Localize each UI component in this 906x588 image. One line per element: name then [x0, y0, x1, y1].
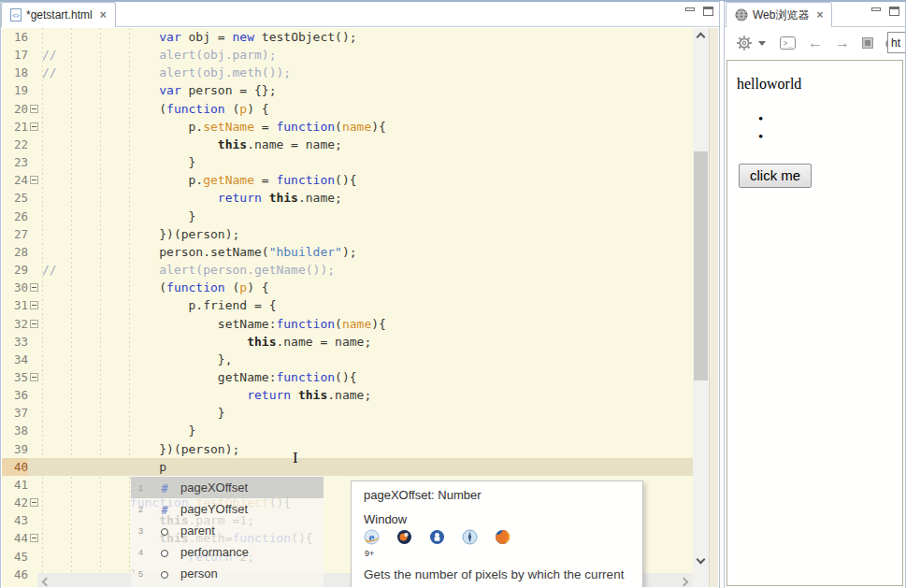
fold-column — [28, 81, 40, 99]
scrollbar-thumb[interactable] — [694, 151, 708, 380]
code-text[interactable]: var person = {}; — [40, 81, 276, 99]
code-text[interactable]: (function (p) { — [40, 279, 269, 296]
editor-tabbar: <> *getstart.html × — [1, 2, 719, 27]
code-line: 16 var obj = new testObject(); — [2, 28, 694, 46]
scroll-right-icon[interactable] — [680, 578, 689, 587]
object-icon — [157, 566, 172, 582]
code-line: 40 p — [2, 458, 694, 476]
line-number: 19 — [2, 81, 28, 99]
maximize-button[interactable] — [703, 7, 713, 16]
fold-toggle-icon[interactable] — [30, 320, 38, 328]
line-number: 36 — [2, 386, 28, 404]
code-line: 33 this.name = name; — [2, 333, 694, 351]
code-text[interactable]: // alert(obj.parm); — [40, 46, 276, 64]
scroll-left-icon[interactable] — [42, 578, 51, 587]
completion-item[interactable]: 4performance — [131, 541, 324, 563]
code-text[interactable]: p — [40, 458, 166, 476]
vertical-scrollbar[interactable] — [693, 28, 709, 587]
fold-toggle-icon[interactable] — [30, 105, 38, 113]
console-button[interactable]: >_ — [780, 36, 796, 50]
fold-toggle-icon[interactable] — [30, 176, 38, 184]
completion-index: 4 — [138, 548, 151, 557]
completion-item[interactable]: 3parent — [131, 520, 324, 541]
tooltip-description: Gets the number of pixels by which the c… — [364, 566, 630, 587]
fold-column — [28, 351, 40, 368]
tab-web-browser[interactable]: Web浏览器 × — [726, 2, 832, 27]
completion-index: 3 — [138, 526, 151, 536]
code-text[interactable]: this.name = name; — [40, 333, 371, 351]
fold-toggle-icon[interactable] — [30, 498, 38, 507]
fold-column — [28, 100, 40, 118]
code-text[interactable]: return this.name; — [40, 386, 371, 404]
completion-index: 2 — [138, 505, 151, 514]
code-text[interactable]: p.friend = { — [40, 296, 276, 314]
fold-toggle-icon[interactable] — [30, 301, 38, 309]
tab-getstart-html[interactable]: <> *getstart.html × — [1, 2, 116, 27]
property-icon: # — [157, 480, 172, 496]
code-line: 35 getName:function(){ — [2, 368, 694, 386]
property-icon: # — [157, 501, 172, 518]
code-text[interactable]: this.name = name; — [40, 136, 342, 153]
settings-button[interactable] — [736, 35, 766, 51]
code-text[interactable]: } — [40, 476, 137, 494]
fold-column — [28, 333, 40, 351]
close-icon[interactable]: × — [97, 8, 107, 22]
line-number: 28 — [2, 243, 28, 261]
code-text[interactable]: return this.name; — [40, 189, 342, 207]
stop-icon — [865, 40, 870, 46]
code-text[interactable]: // alert(person.getName()); — [40, 261, 335, 279]
fold-toggle-icon[interactable] — [30, 283, 38, 292]
code-editor[interactable]: 16 var obj = new testObject();17// alert… — [2, 28, 718, 587]
url-input[interactable] — [887, 32, 906, 53]
completion-item[interactable]: 2#pageYOffset — [131, 498, 324, 520]
code-text[interactable]: person.setName("hbuilder"); — [40, 243, 357, 261]
fold-toggle-icon[interactable] — [30, 122, 38, 131]
globe-icon — [735, 8, 748, 22]
maximize-button[interactable] — [889, 7, 899, 16]
minimize-button[interactable] — [685, 7, 695, 11]
fold-column — [28, 476, 40, 494]
code-line: 28 person.setName("hbuilder"); — [2, 243, 694, 261]
line-number: 24 — [2, 171, 28, 189]
tooltip-scope: Window — [364, 512, 407, 526]
completion-label: pageYOffset — [180, 502, 248, 516]
close-icon[interactable]: × — [813, 8, 823, 22]
scroll-down-icon[interactable] — [697, 555, 706, 565]
line-number: 18 — [2, 64, 28, 81]
code-text[interactable]: })(person); — [40, 225, 239, 243]
line-number: 26 — [2, 208, 28, 225]
completion-item[interactable]: 1#pageXOffset — [131, 477, 324, 498]
code-text[interactable]: p.setName = function(name){ — [40, 118, 386, 136]
ie-version-label: 9+ — [365, 549, 374, 558]
code-text[interactable]: p.getName = function(){ — [40, 171, 357, 189]
code-text[interactable]: })(person); — [40, 440, 239, 458]
code-text[interactable]: } — [40, 404, 225, 422]
click-me-button[interactable]: click me — [739, 164, 812, 188]
code-text[interactable]: getName:function(){ — [40, 368, 357, 386]
browser-viewport: helloworld • • click me — [726, 60, 903, 586]
minimize-button[interactable] — [871, 7, 881, 11]
completion-index: 1 — [138, 483, 151, 493]
fold-column — [28, 422, 40, 439]
forward-button[interactable]: → — [835, 35, 850, 51]
code-text[interactable]: }, — [40, 351, 233, 368]
code-text[interactable]: } — [40, 153, 195, 171]
code-text[interactable]: } — [40, 208, 195, 225]
code-text[interactable]: } — [40, 422, 195, 439]
fold-column — [28, 440, 40, 458]
fold-toggle-icon[interactable] — [30, 534, 38, 542]
completion-item[interactable]: 5person — [131, 563, 324, 584]
fold-column — [28, 315, 40, 333]
code-text[interactable]: setName:function(name){ — [40, 315, 386, 333]
scroll-up-icon[interactable] — [697, 33, 706, 42]
line-number: 25 — [2, 189, 28, 207]
fold-toggle-icon[interactable] — [30, 373, 38, 381]
code-line: 24 p.getName = function(){ — [2, 171, 694, 189]
code-line: 37 } — [2, 404, 694, 422]
stop-button[interactable] — [862, 37, 873, 49]
back-button[interactable]: ← — [808, 35, 823, 51]
completion-label: performance — [180, 545, 249, 559]
code-text[interactable]: // alert(obj.meth()); — [40, 64, 291, 81]
code-text[interactable]: (function (p) { — [40, 100, 269, 118]
code-text[interactable]: var obj = new testObject(); — [40, 28, 357, 46]
